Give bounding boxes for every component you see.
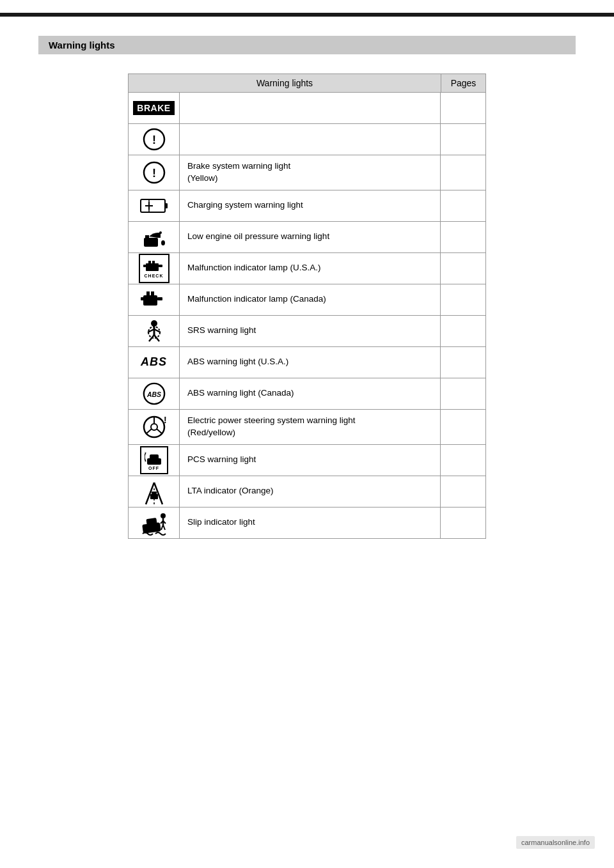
table-row: ABS ABS warning light (U.S.A.)	[128, 347, 486, 378]
pages-cell-srs	[441, 316, 485, 346]
svg-point-11	[159, 231, 162, 234]
check-engine-usa-icon: CHECK	[139, 254, 169, 283]
slip-indicator-icon	[139, 508, 169, 538]
svg-text:ABS: ABS	[146, 391, 161, 398]
icon-cell-slip	[129, 508, 180, 538]
label-cell-check-canada: Malfunction indicator lamp (Canada)	[180, 284, 441, 315]
svg-text:!: !	[164, 415, 167, 425]
abs-text-icon: ABS	[141, 355, 167, 369]
pages-cell-slip	[441, 508, 485, 538]
table-row: SRS warning light	[128, 316, 486, 347]
pages-cell-abs-usa	[441, 347, 485, 378]
battery-icon	[140, 198, 168, 214]
pages-cell-lta	[441, 476, 485, 507]
col-label-header: Warning lights	[129, 74, 441, 92]
table-row: ABS ABS warning light (Canada)	[128, 378, 486, 410]
label-cell-slip: Slip indicator light	[180, 508, 441, 538]
abs-circle-icon: ABS	[142, 382, 166, 406]
table-row: LTA indicator (Orange)	[128, 476, 486, 508]
pages-cell-abs-canada	[441, 378, 485, 409]
icon-cell-pcs: OFF	[129, 445, 180, 476]
watermark: carmanualsonline.info	[516, 836, 595, 849]
label-cell-brake-red	[180, 93, 441, 123]
label-cell-charging: Charging system warning light	[180, 190, 441, 221]
svg-rect-9	[144, 238, 158, 247]
table-row: Slip indicator light	[128, 508, 486, 539]
svg-point-23	[151, 320, 157, 327]
table-row: !	[128, 124, 486, 155]
svg-rect-21	[157, 297, 162, 300]
label-cell-excl-red	[180, 124, 441, 155]
pages-cell-brake-red	[441, 93, 485, 123]
oil-can-icon	[141, 226, 167, 248]
svg-rect-14	[148, 261, 151, 265]
icon-cell-eps: !	[129, 410, 180, 444]
table-row: BRAKE	[128, 93, 486, 124]
svg-text:!: !	[152, 134, 156, 146]
icon-cell-srs	[129, 316, 180, 346]
pages-cell-charging	[441, 190, 485, 221]
table-row: Low engine oil pressure warning light	[128, 222, 486, 253]
icon-cell-check-canada	[129, 284, 180, 315]
svg-point-33	[151, 424, 157, 430]
table-row: CHECK Malfunction indicator lamp (U.S.A.…	[128, 253, 486, 284]
icon-cell-brake-yellow: !	[129, 155, 180, 190]
icon-cell-check-usa: CHECK	[129, 253, 180, 284]
svg-line-36	[157, 429, 162, 434]
icon-cell-abs-canada: ABS	[129, 378, 180, 409]
table-header: Warning lights Pages	[128, 74, 486, 93]
icon-cell-oil	[129, 222, 180, 252]
pages-cell-eps	[441, 410, 485, 444]
exclamation-circle-yellow-icon: !	[143, 161, 166, 184]
label-cell-brake-yellow: Brake system warning light(Yellow)	[180, 155, 441, 190]
page-wrapper: Warning lights Warning lights Pages BRAK…	[0, 0, 614, 868]
pages-cell-excl-red	[441, 124, 485, 155]
icon-cell-lta	[129, 476, 180, 507]
table-row: ! Brake system warning light(Yellow)	[128, 155, 486, 190]
svg-rect-39	[150, 454, 159, 460]
svg-rect-15	[152, 261, 155, 265]
col-pages-header: Pages	[441, 74, 485, 92]
watermark-text: carmanualsonline.info	[521, 839, 590, 846]
lta-indicator-icon	[141, 476, 168, 507]
label-cell-abs-usa: ABS warning light (U.S.A.)	[180, 347, 441, 378]
table-row: OFF PCS warning light	[128, 445, 486, 476]
pages-cell-check-canada	[441, 284, 485, 315]
pages-cell-brake-yellow	[441, 155, 485, 190]
label-cell-lta: LTA indicator (Orange)	[180, 476, 441, 507]
label-cell-check-usa: Malfunction indicator lamp (U.S.A.)	[180, 253, 441, 284]
eps-steering-icon: !	[141, 414, 168, 440]
table-row: Malfunction indicator lamp (Canada)	[128, 284, 486, 316]
svg-text:!: !	[152, 167, 156, 180]
svg-rect-5	[165, 203, 168, 208]
svg-rect-45	[152, 492, 157, 495]
svg-point-12	[161, 240, 165, 245]
table-row: ! Electric power steering system warning…	[128, 410, 486, 445]
svg-rect-20	[151, 291, 154, 297]
pcs-off-icon: OFF	[140, 446, 168, 474]
icon-cell-charging	[129, 190, 180, 221]
label-cell-abs-canada: ABS warning light (Canada)	[180, 378, 441, 409]
section-header: Warning lights	[38, 36, 576, 54]
svg-rect-18	[143, 295, 157, 306]
svg-point-48	[161, 513, 166, 518]
svg-rect-22	[141, 297, 144, 300]
svg-rect-16	[159, 265, 162, 267]
icon-cell-excl-red: !	[129, 124, 180, 155]
label-cell-srs: SRS warning light	[180, 316, 441, 346]
warning-lights-table: Warning lights Pages BRAKE !	[128, 74, 486, 539]
svg-rect-17	[143, 265, 146, 267]
icon-cell-abs-usa: ABS	[129, 347, 180, 378]
table-row: Charging system warning light	[128, 190, 486, 222]
pages-cell-check-usa	[441, 253, 485, 284]
exclamation-circle-red-icon: !	[143, 128, 166, 151]
check-engine-canada-icon	[141, 288, 168, 312]
brake-red-icon: BRAKE	[133, 101, 174, 115]
label-cell-pcs: PCS warning light	[180, 445, 441, 476]
svg-rect-10	[145, 235, 149, 239]
icon-cell-brake-red: BRAKE	[129, 93, 180, 123]
pages-cell-oil	[441, 222, 485, 252]
label-cell-oil: Low engine oil pressure warning light	[180, 222, 441, 252]
pages-cell-pcs	[441, 445, 485, 476]
srs-person-icon	[141, 318, 167, 344]
